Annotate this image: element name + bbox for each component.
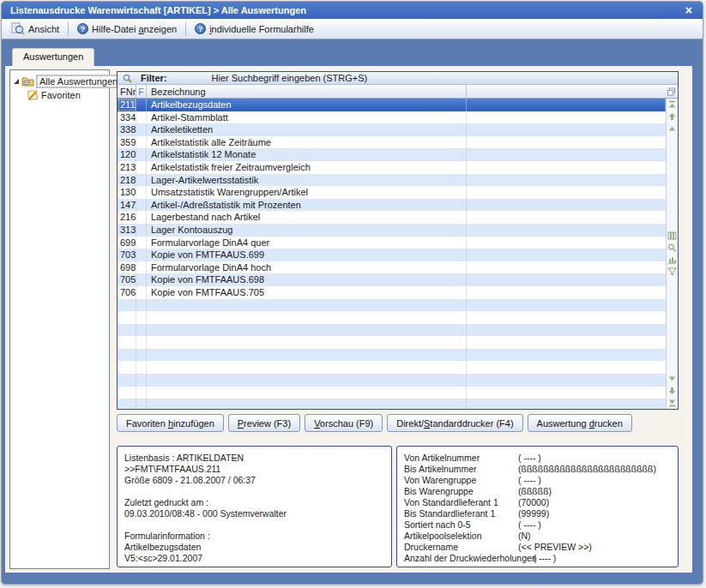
table-cell: [118, 387, 136, 399]
table-cell: 705: [118, 273, 136, 286]
info-line: [124, 486, 384, 497]
ansicht-label: Ansicht: [28, 24, 59, 34]
parameter-label: Anzahl der Druckwiederholungen: [404, 553, 518, 564]
copy-columns-icon[interactable]: [665, 85, 678, 98]
table-row[interactable]: 147Artikel-/Adreßstatistik mit Prozenten: [118, 199, 666, 212]
vorschau-button[interactable]: Vorschau (F9): [305, 414, 383, 432]
table-row[interactable]: 211Artikelbezugsdaten: [118, 99, 666, 111]
table-cell: Artikelstatistik alle Zeiträume: [147, 136, 467, 149]
scroll-line-down-icon[interactable]: [667, 375, 677, 383]
table-cell: [147, 361, 467, 374]
scroll-to-top-icon[interactable]: [667, 100, 677, 109]
filter-icon[interactable]: [667, 267, 677, 276]
columns-icon[interactable]: [667, 231, 677, 240]
parameter-row: Artikelpoolselektion(N): [404, 531, 671, 542]
table-row-empty[interactable]: [118, 399, 666, 409]
close-icon[interactable]: ×: [684, 4, 694, 16]
column-header-bezeichnung[interactable]: Bezeichnung: [147, 85, 467, 98]
table-row[interactable]: 334Artikel-Stammblatt: [118, 111, 666, 124]
parameter-label: Druckername: [404, 542, 518, 553]
table-row[interactable]: 313Lager Kontoauszug: [118, 224, 666, 237]
favoriten-hinzufuegen-button[interactable]: Favoriten hinzufügen: [117, 414, 224, 432]
preview-button[interactable]: Preview (F3): [228, 414, 300, 432]
filter-search-input[interactable]: Hier Suchbegriff eingeben (STRG+S): [212, 73, 368, 83]
table-row[interactable]: 706Kopie von FMTFAAUS.705: [118, 286, 666, 299]
table-row[interactable]: 338Artikeletiketten: [118, 123, 666, 136]
table-cell: [136, 99, 147, 111]
table-cell: [147, 336, 467, 349]
column-header-fnr[interactable]: FNr: [118, 85, 136, 98]
scroll-line-up-icon[interactable]: [667, 124, 677, 133]
magnifier-document-icon: [11, 22, 25, 35]
table-cell: Kopie von FMTFAAUS.699: [147, 249, 467, 261]
table-cell: [136, 286, 147, 299]
chart-icon[interactable]: [667, 255, 677, 264]
help-file-button[interactable]: ? Hilfe-Datei anzeigen: [71, 21, 183, 36]
info-line: Artikelbezugsdaten: [124, 542, 384, 553]
scroll-to-bottom-icon[interactable]: [667, 399, 677, 407]
table-row[interactable]: 703Kopie von FMTFAAUS.699: [118, 249, 666, 261]
search-icon[interactable]: [667, 243, 677, 252]
table-row[interactable]: 216Lagerbestand nach Artikel: [118, 211, 666, 224]
table-cell: [147, 324, 467, 337]
table-scrollbar[interactable]: [666, 99, 678, 409]
table-row-empty[interactable]: [118, 311, 666, 324]
table-cell: [136, 249, 147, 261]
table-row-empty[interactable]: [118, 361, 666, 374]
individual-form-help-button[interactable]: ? individuelle Formularhilfe: [189, 21, 320, 36]
column-header-extra: [467, 85, 665, 98]
info-line: Listenbasis : ARTIKELDATEN: [124, 453, 384, 464]
table-row-empty[interactable]: [118, 336, 666, 349]
table-cell: [467, 299, 666, 312]
table-row[interactable]: 120Artikelstatistik 12 Monate: [118, 148, 666, 161]
parameter-label: Bis Warengruppe: [404, 486, 518, 497]
app-window: Listenausdrucke Warenwirtschaft [ARTIKEL…: [1, 1, 703, 585]
table-row-empty[interactable]: [118, 374, 666, 387]
table-cell: [136, 211, 147, 224]
table-row[interactable]: 359Artikelstatistik alle Zeiträume: [118, 136, 666, 149]
table-row[interactable]: 218Lager-Artikelwertsstatistik: [118, 174, 666, 187]
tree-item-alle-auswertungen[interactable]: Alle Auswertungen: [12, 75, 107, 88]
table-cell: 130: [118, 186, 136, 199]
action-buttons: Favoriten hinzufügen Preview (F3) Vorsch…: [117, 414, 632, 432]
tree-expand-icon[interactable]: [14, 79, 19, 84]
table-cell: [118, 361, 136, 374]
direkt-standarddrucker-button[interactable]: Direkt/Standarddrucker (F4): [387, 414, 522, 432]
table-cell: [136, 324, 147, 337]
parameter-value: (70000): [518, 497, 549, 508]
scroll-bottom-group: [667, 375, 677, 407]
table-cell: [467, 148, 666, 161]
ansicht-button[interactable]: Ansicht: [5, 21, 65, 37]
parameter-label: Von Standardlieferant 1: [404, 497, 518, 508]
auswertung-drucken-button[interactable]: Auswertung drucken: [528, 414, 632, 432]
list-info-panel: Listenbasis : ARTIKELDATEN>>FMT\FMTFAAUS…: [117, 446, 392, 567]
table-row-empty[interactable]: [118, 349, 666, 362]
table-row[interactable]: 698Formularvorlage DinA4 hoch: [118, 261, 666, 274]
table-row-empty[interactable]: [118, 324, 666, 337]
table-cell: [467, 199, 666, 212]
parameter-label: Von Warengruppe: [404, 475, 518, 486]
table-row[interactable]: 705Kopie von FMTFAAUS.698: [118, 273, 666, 286]
toolbar-separator: [68, 22, 69, 36]
parameter-value: ( ---- ): [518, 519, 541, 531]
scroll-down-icon[interactable]: [667, 387, 677, 395]
filter-bar[interactable]: Filter: Hier Suchbegriff eingeben (STRG+…: [118, 72, 678, 85]
table-row[interactable]: 130 Umsatzstatistik Warengruppen/Artikel: [118, 186, 666, 199]
table-cell: 338: [118, 123, 136, 136]
table-cell: Artikeletiketten: [147, 123, 467, 136]
info-line: 09.03.2010/08:48 - 000 Systemverwalter: [124, 508, 384, 519]
table-row[interactable]: 213Artikelstatistik freier Zeitraumvergl…: [118, 161, 666, 174]
scroll-up-icon[interactable]: [667, 112, 677, 121]
table-row-empty[interactable]: [118, 299, 666, 312]
parameter-value: (99999): [518, 508, 549, 519]
table-row[interactable]: 699Formularvorlage DinA4 quer: [118, 237, 666, 249]
table-row-empty[interactable]: [118, 387, 666, 399]
table-cell: [467, 374, 666, 387]
tree-panel: Alle Auswertungen Favoriten: [9, 69, 110, 569]
tree-item-favoriten[interactable]: Favoriten: [12, 88, 107, 102]
table-cell: 213: [118, 161, 136, 174]
column-header-f[interactable]: F: [136, 85, 147, 98]
table-cell: [136, 123, 147, 136]
tab-auswertungen[interactable]: Auswertungen: [12, 48, 94, 66]
table-cell: [467, 224, 666, 237]
